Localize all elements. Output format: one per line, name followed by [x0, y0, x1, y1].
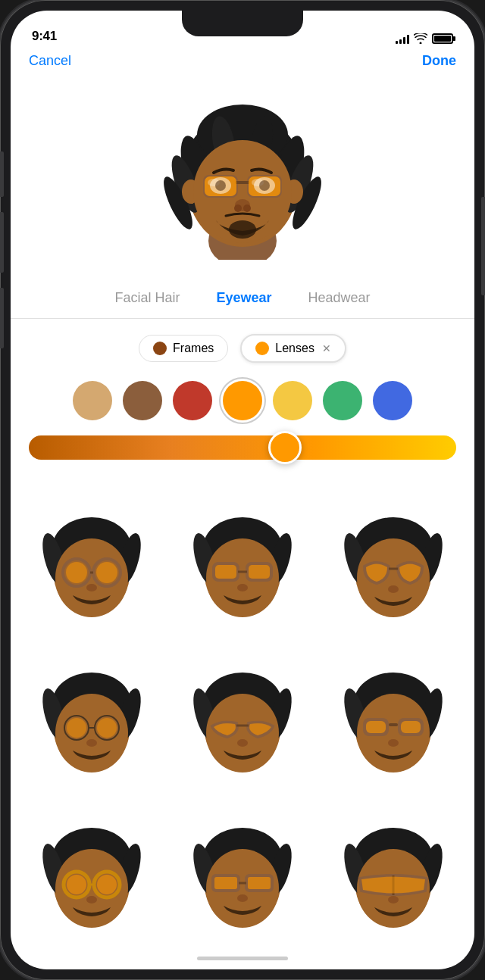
volume-up-button: [0, 212, 4, 273]
memoji-item-7[interactable]: [17, 791, 167, 947]
swatch-yellow[interactable]: [273, 381, 312, 420]
svg-point-25: [259, 180, 270, 191]
phone-frame: 9:41 Cancel: [0, 0, 485, 980]
memoji-item-2[interactable]: [167, 481, 318, 636]
swatch-blue[interactable]: [373, 381, 412, 420]
color-slider[interactable]: [29, 435, 456, 460]
frames-label: Frames: [173, 342, 214, 355]
swatch-tan[interactable]: [73, 381, 112, 420]
svg-point-24: [215, 180, 226, 191]
notch: [182, 11, 303, 36]
svg-point-69: [86, 739, 97, 747]
lenses-close-icon[interactable]: ✕: [322, 342, 331, 354]
memoji-item-9[interactable]: [318, 791, 468, 947]
frames-filter-button[interactable]: Frames: [139, 335, 228, 362]
memoji-item-5[interactable]: [167, 636, 318, 791]
swatch-red[interactable]: [173, 381, 212, 420]
svg-point-67: [67, 718, 86, 738]
lenses-label: Lenses: [275, 342, 314, 355]
svg-point-27: [234, 204, 242, 212]
svg-point-97: [97, 875, 117, 894]
filter-area: Frames Lenses ✕: [11, 319, 474, 375]
svg-point-39: [96, 562, 117, 583]
svg-rect-17: [235, 181, 250, 184]
avatar: [159, 93, 326, 260]
tabs-container: Facial Hair Eyewear Headwear: [11, 290, 474, 318]
home-indicator: [11, 947, 474, 969]
svg-rect-86: [401, 721, 421, 733]
status-icons: [396, 33, 453, 44]
nav-bar: Cancel Done: [11, 50, 474, 78]
memoji-item-4[interactable]: [17, 636, 167, 791]
svg-point-68: [97, 718, 117, 738]
frames-color-dot: [153, 342, 167, 355]
slider-thumb[interactable]: [268, 431, 302, 464]
svg-rect-107: [214, 877, 237, 889]
svg-rect-84: [389, 723, 398, 726]
svg-point-109: [237, 894, 248, 902]
memoji-item-6[interactable]: [318, 636, 468, 791]
svg-rect-50: [249, 565, 270, 579]
mute-button: [0, 151, 4, 197]
avatar-area: [11, 78, 474, 290]
memoji-grid: [11, 475, 474, 947]
volume-down-button: [0, 288, 4, 348]
cancel-button[interactable]: Cancel: [29, 53, 71, 69]
swatch-orange[interactable]: [223, 381, 262, 420]
status-time: 9:41: [32, 29, 57, 44]
svg-point-98: [86, 896, 97, 904]
svg-point-87: [388, 739, 399, 747]
lenses-filter-button[interactable]: Lenses ✕: [240, 334, 346, 363]
svg-point-58: [388, 585, 399, 593]
svg-point-34: [55, 538, 128, 617]
tab-eyewear[interactable]: Eyewear: [198, 290, 289, 306]
svg-point-96: [67, 875, 86, 894]
svg-rect-108: [248, 877, 271, 889]
battery-icon: [432, 33, 453, 44]
lenses-color-dot: [255, 342, 269, 355]
slider-area: [11, 432, 474, 475]
svg-point-116: [388, 896, 399, 904]
swatch-brown[interactable]: [123, 381, 162, 420]
svg-point-38: [66, 562, 87, 583]
swatch-green[interactable]: [323, 381, 362, 420]
svg-rect-49: [215, 565, 236, 579]
home-bar: [197, 957, 288, 960]
power-button: [481, 197, 485, 295]
phone-screen: 9:41 Cancel: [11, 11, 474, 969]
svg-point-29: [229, 220, 256, 239]
signal-icon: [396, 34, 409, 44]
swatches-area: [11, 375, 474, 432]
tab-headwear[interactable]: Headwear: [290, 290, 389, 306]
svg-point-40: [86, 584, 97, 591]
memoji-item-3[interactable]: [318, 481, 468, 636]
memoji-item-8[interactable]: [167, 791, 318, 947]
memoji-item-1[interactable]: [17, 481, 167, 636]
tab-facial-hair[interactable]: Facial Hair: [96, 290, 198, 306]
wifi-icon: [414, 33, 427, 44]
svg-rect-85: [366, 721, 386, 733]
svg-point-51: [237, 584, 248, 591]
svg-point-76: [237, 739, 248, 747]
done-button[interactable]: Done: [422, 53, 456, 69]
svg-point-28: [243, 204, 251, 212]
